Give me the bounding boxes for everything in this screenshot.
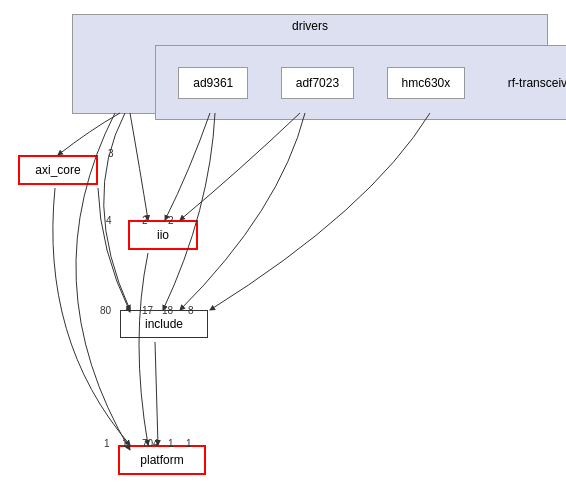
node-platform[interactable]: platform [118, 445, 206, 475]
edge-label-4: 4 [106, 215, 112, 226]
edge-label-1c: 1 [168, 438, 174, 449]
drivers-inner-box: ad9361 adf7023 hmc630x rf-transceiver [155, 45, 566, 120]
edge-label-704: 704 [142, 438, 159, 449]
node-iio[interactable]: iio [128, 220, 198, 250]
edge-label-3: 3 [108, 148, 114, 159]
edge-label-1a: 1 [104, 438, 110, 449]
folder-hmc630x[interactable]: hmc630x [387, 67, 466, 99]
folder-rf-transceiver[interactable]: rf-transceiver [498, 68, 566, 98]
edge-label-8: 8 [188, 305, 194, 316]
edge-label-2b: 2 [168, 215, 174, 226]
edge-label-1b: 1 [122, 438, 128, 449]
edge-label-2a: 2 [142, 215, 148, 226]
folder-adf7023[interactable]: adf7023 [281, 67, 354, 99]
edge-label-80: 80 [100, 305, 111, 316]
diagram: drivers ad9361 adf7023 hmc630x rf-transc… [0, 0, 566, 500]
drivers-outer-box: drivers ad9361 adf7023 hmc630x rf-transc… [72, 14, 548, 114]
folder-ad9361[interactable]: ad9361 [178, 67, 248, 99]
drivers-title: drivers [73, 15, 547, 37]
edge-label-18: 18 [162, 305, 173, 316]
node-axi-core[interactable]: axi_core [18, 155, 98, 185]
edge-label-17: 17 [142, 305, 153, 316]
edge-label-1d: 1 [186, 438, 192, 449]
